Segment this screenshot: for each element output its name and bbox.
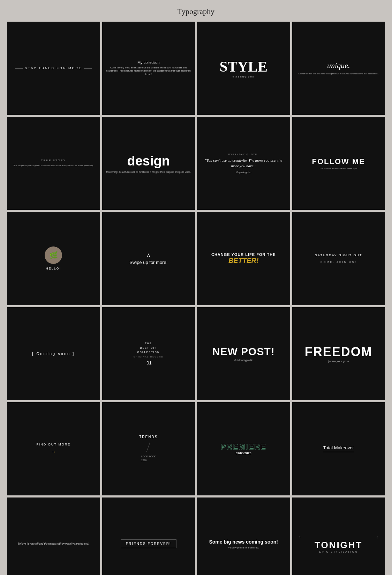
cell-r2c4: FOLLOW ME Get to know the ins and outs o… [292,117,385,210]
page-title: Typography [7,7,385,16]
cell-r5c2: TRENDS LOOK BOOK2020 [102,402,195,495]
my-collection-body: Come into my world and experience the di… [106,66,191,76]
style-text: STYLE [219,58,267,75]
best-of-num: .01 [145,360,152,366]
find-out-text: FIND OUT MORE [36,443,70,446]
cell-r2c3: EVERYDAY QUOTE: "You can't use up creati… [197,117,290,210]
premiere-text: PREMIERE [221,442,266,451]
cell-r6c1: Believe in yourself and the success will… [7,497,100,575]
stay-tuned-text: STAY TUNED FOR MORE [15,66,92,70]
cell-r1c3: STYLE #trendylook [197,22,290,115]
cell-r3c2: ∧ Swipe up for more! [102,212,195,305]
cell-r6c3: Some big news coming soon! Visit my prof… [197,497,290,575]
quote-text: "You can't use up creativity. The more y… [201,157,286,169]
cell-r2c1: TRUE STORY This happened years ago but s… [7,117,100,210]
new-post-sub: @followmyprofile [234,359,253,361]
follow-me-sub: Get to know the ins and outs of the topi… [320,168,357,170]
freedom-sub: follow your path [328,359,349,363]
cell-r1c4: unique. Search for that one-of-a-kind fe… [292,22,385,115]
tonight-text: TONIGHT [315,540,363,551]
cell-r1c1: STAY TUNED FOR MORE [7,22,100,115]
big-news-title: Some big news coming soon! [209,539,278,545]
unique-body: Search for that one-of-a-kind feeling th… [299,72,379,75]
swipe-up-text: Swipe up for more! [129,260,167,265]
design-text: design [127,154,170,169]
new-post-text: NEW POST! [212,346,275,357]
cell-r4c3: NEW POST! @followmyprofile [197,307,290,400]
trends-right: LOOK BOOK2020 [141,455,156,462]
coming-soon-text: [ Coming soon ] [32,352,75,356]
tonight-right-chevron: ‹ [377,535,378,540]
style-sub: #trendylook [233,75,255,78]
cell-r6c2: FRIENDS FOREVER! [102,497,195,575]
cell-r5c1: FIND OUT MORE → [7,402,100,495]
true-story-title: TRUE STORY [41,159,66,162]
big-news-sub: Visit my profile for more info. [228,546,259,549]
change-life-top: CHANGE YOUR LIFE FOR THE [211,252,276,257]
saturday-sub: COME, JOIN US! [321,260,357,264]
cell-r4c4: FREEDOM follow your path [292,307,385,400]
best-of-title: THEBEST OF:COLLECTIONORIGINAL RECORD [134,341,164,359]
total-makeover-text: Total Makeover [323,445,354,452]
premiere-date: 09/08/2020 [236,451,251,455]
cell-r3c1: 🌿 HELLO! [7,212,100,305]
hello-avatar: 🌿 [45,246,62,264]
cell-r6c4: › ‹ TONIGHT EPIC STYLIZATION [292,497,385,575]
trends-divider [146,442,150,452]
cell-r5c4: Total Makeover [292,402,385,495]
cell-r1c2: My collection Come into my world and exp… [102,22,195,115]
friends-text: FRIENDS FOREVER! [121,539,176,548]
my-collection-title: My collection [137,60,160,65]
find-out-arrow: → [51,449,56,455]
trends-left: TRENDS [139,435,158,439]
swipe-up-arrow: ∧ [146,252,151,258]
cell-r4c1: [ Coming soon ] [7,307,100,400]
quote-label: EVERYDAY QUOTE: [228,153,259,155]
tonight-left-chevron: › [299,535,301,540]
change-life-better: BETTER! [228,257,259,265]
quote-author: Maya Angelou [236,171,251,174]
follow-me-text: FOLLOW ME [312,157,365,166]
hello-label: HELLO! [46,267,61,270]
cell-r4c2: THEBEST OF:COLLECTIONORIGINAL RECORD .01 [102,307,195,400]
believe-text: Believe in yourself and the success will… [18,541,89,546]
tonight-chevrons: › ‹ [296,535,381,540]
design-sub: Make things beautiful as well as functio… [106,171,191,173]
cell-r2c2: design Make things beautiful as well as … [102,117,195,210]
typography-grid: STAY TUNED FOR MORE My collection Come i… [7,22,385,575]
cell-r3c3: CHANGE YOUR LIFE FOR THE BETTER! [197,212,290,305]
unique-text: unique. [327,61,350,70]
freedom-text: FREEDOM [305,345,372,359]
cell-r5c3: PREMIERE 09/08/2020 [197,402,290,495]
true-story-body: This happened years ago but still comes … [13,164,94,168]
tonight-sub: EPIC STYLIZATION [319,551,358,553]
saturday-title: SATURDAY NIGHT OUT [315,253,362,257]
cell-r3c4: SATURDAY NIGHT OUT COME, JOIN US! [292,212,385,305]
